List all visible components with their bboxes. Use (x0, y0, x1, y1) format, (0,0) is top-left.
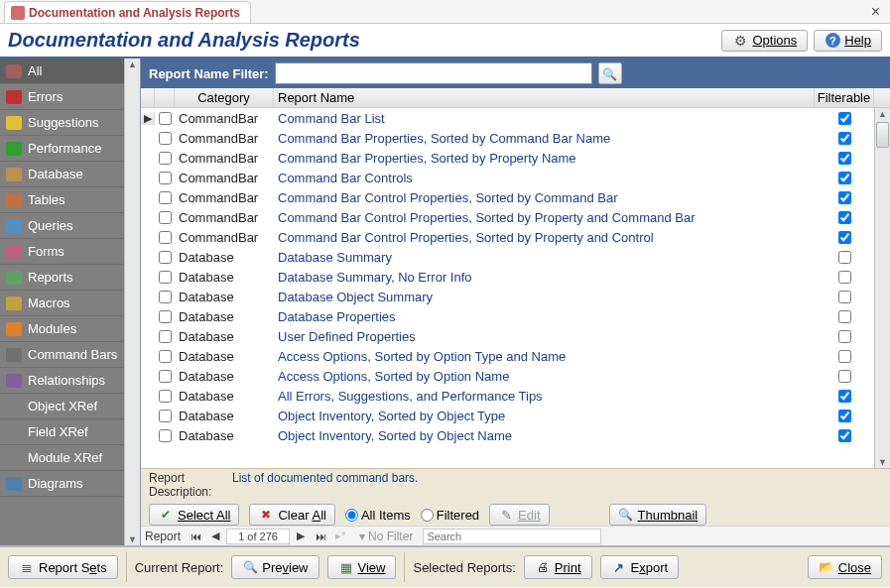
row-checkbox-cell[interactable] (155, 330, 175, 343)
filterable-checkbox[interactable] (838, 370, 851, 383)
sidebar-item-suggestions[interactable]: Suggestions (0, 110, 124, 136)
sidebar-item-queries[interactable]: Queries (0, 213, 124, 239)
row-checkbox[interactable] (159, 310, 172, 323)
filterable-checkbox[interactable] (838, 231, 851, 244)
row-checkbox[interactable] (159, 291, 172, 303)
report-name-cell[interactable]: Database Summary, No Error Info (274, 270, 815, 285)
table-row[interactable]: CommandBarCommand Bar Properties, Sorted… (141, 128, 874, 148)
row-checkbox[interactable] (159, 370, 172, 383)
row-checkbox-cell[interactable] (155, 410, 175, 422)
export-button[interactable]: Export (600, 555, 680, 579)
help-button[interactable]: Help (814, 30, 882, 52)
filterable-cell[interactable] (815, 410, 874, 422)
filterable-cell[interactable] (815, 390, 874, 403)
filterable-checkbox[interactable] (838, 350, 851, 363)
filtered-radio-input[interactable] (421, 509, 434, 522)
row-checkbox-cell[interactable] (155, 350, 175, 363)
table-row[interactable]: CommandBarCommand Bar Control Properties… (141, 187, 874, 207)
row-checkbox[interactable] (159, 410, 172, 422)
report-name-cell[interactable]: All Errors, Suggestions, and Performance… (274, 389, 815, 404)
row-checkbox-cell[interactable] (155, 310, 175, 323)
filterable-checkbox[interactable] (838, 191, 851, 204)
report-name-cell[interactable]: Command Bar List (274, 111, 815, 126)
filterable-cell[interactable] (815, 152, 874, 165)
no-filter-indicator[interactable]: ▾ No Filter (359, 529, 413, 543)
report-name-cell[interactable]: Access Options, Sorted by Option Type an… (274, 349, 815, 364)
row-checkbox[interactable] (159, 191, 172, 204)
row-checkbox-cell[interactable] (155, 132, 175, 145)
filterable-cell[interactable] (815, 429, 874, 442)
table-row[interactable]: DatabaseDatabase Object Summary (141, 287, 874, 306)
report-name-cell[interactable]: Command Bar Control Properties, Sorted b… (274, 230, 815, 245)
close-icon[interactable]: × (867, 3, 884, 21)
document-tab[interactable]: Documentation and Analysis Reports (4, 1, 251, 23)
filterable-cell[interactable] (815, 350, 874, 363)
sidebar-item-diagrams[interactable]: Diagrams (0, 471, 124, 497)
filterable-cell[interactable] (815, 112, 874, 125)
row-checkbox-cell[interactable] (155, 429, 175, 442)
row-checkbox[interactable] (159, 330, 172, 343)
table-row[interactable]: CommandBarCommand Bar Control Properties… (141, 207, 874, 227)
row-checkbox[interactable] (159, 172, 172, 184)
thumbnail-button[interactable]: Thumbnail (609, 504, 707, 526)
table-row[interactable]: DatabaseObject Inventory, Sorted by Obje… (141, 425, 874, 445)
filterable-checkbox[interactable] (838, 410, 851, 422)
table-row[interactable]: DatabaseUser Defined Properties (141, 326, 874, 346)
row-selector[interactable]: ▶ (141, 112, 155, 125)
row-checkbox-cell[interactable] (155, 231, 175, 244)
row-checkbox[interactable] (159, 271, 172, 284)
sidebar-item-modules[interactable]: Modules (0, 316, 124, 342)
row-checkbox[interactable] (159, 132, 172, 145)
first-record-button[interactable]: ⏮ (187, 529, 204, 544)
sidebar-item-relationships[interactable]: Relationships (0, 368, 124, 394)
report-name-cell[interactable]: Access Options, Sorted by Option Name (274, 369, 815, 384)
prev-record-button[interactable]: ◀ (206, 529, 224, 544)
preview-button[interactable]: Preview (231, 555, 318, 579)
filterable-checkbox[interactable] (838, 390, 851, 403)
sidebar-item-forms[interactable]: Forms (0, 239, 124, 265)
report-name-cell[interactable]: Object Inventory, Sorted by Object Name (274, 428, 815, 443)
select-all-button[interactable]: Select All (149, 504, 239, 526)
clear-all-button[interactable]: Clear All (249, 504, 334, 526)
record-search-input[interactable] (423, 529, 601, 544)
report-name-cell[interactable]: User Defined Properties (274, 329, 815, 344)
filterable-cell[interactable] (815, 291, 874, 303)
row-checkbox-cell[interactable] (155, 211, 175, 224)
options-button[interactable]: Options (721, 30, 808, 52)
sidebar-item-database[interactable]: Database (0, 162, 124, 187)
filterable-checkbox[interactable] (838, 112, 851, 125)
filterable-cell[interactable] (815, 132, 874, 145)
report-name-cell[interactable]: Command Bar Controls (274, 171, 815, 185)
row-checkbox[interactable] (159, 350, 172, 363)
filterable-cell[interactable] (815, 191, 874, 204)
filter-go-button[interactable] (598, 62, 622, 84)
filterable-checkbox[interactable] (838, 291, 851, 303)
sidebar-item-performance[interactable]: Performance (0, 136, 124, 162)
row-checkbox[interactable] (159, 112, 172, 125)
filterable-checkbox[interactable] (838, 172, 851, 184)
report-name-cell[interactable]: Database Object Summary (274, 290, 815, 304)
report-name-cell[interactable]: Database Summary (274, 250, 815, 265)
table-row[interactable]: ▶CommandBarCommand Bar List (141, 108, 874, 128)
report-name-header[interactable]: Report Name (274, 88, 815, 107)
filterable-cell[interactable] (815, 330, 874, 343)
row-checkbox-cell[interactable] (155, 390, 175, 403)
row-checkbox-cell[interactable] (155, 251, 175, 264)
filter-input[interactable] (275, 62, 592, 84)
row-checkbox[interactable] (159, 429, 172, 442)
filterable-cell[interactable] (815, 251, 874, 264)
table-row[interactable]: CommandBarCommand Bar Control Properties… (141, 227, 874, 247)
table-row[interactable]: DatabaseDatabase Summary, No Error Info (141, 267, 874, 287)
row-checkbox-cell[interactable] (155, 172, 175, 184)
filterable-cell[interactable] (815, 310, 874, 323)
row-checkbox-cell[interactable] (155, 291, 175, 303)
sidebar-item-macros[interactable]: Macros (0, 291, 124, 316)
filterable-checkbox[interactable] (838, 429, 851, 442)
view-button[interactable]: View (327, 555, 397, 579)
table-row[interactable]: DatabaseAccess Options, Sorted by Option… (141, 366, 874, 386)
sidebar-item-errors[interactable]: Errors (0, 84, 124, 110)
table-row[interactable]: DatabaseAccess Options, Sorted by Option… (141, 346, 874, 366)
row-checkbox[interactable] (159, 211, 172, 224)
grid-scrollbar[interactable] (874, 108, 890, 468)
row-checkbox-cell[interactable] (155, 112, 175, 125)
